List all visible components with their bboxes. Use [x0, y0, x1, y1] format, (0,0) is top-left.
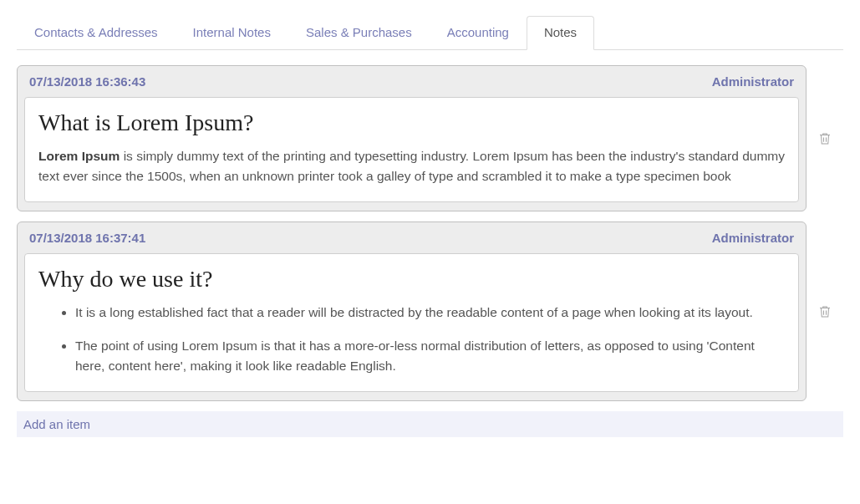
note-author: Administrator [712, 231, 794, 245]
tab-contacts-addresses[interactable]: Contacts & Addresses [17, 16, 176, 50]
tab-sales-purchases[interactable]: Sales & Purchases [288, 16, 430, 50]
note-card: 07/13/2018 16:37:41 Administrator Why do… [17, 221, 807, 401]
trash-icon[interactable] [817, 131, 832, 146]
note-body: What is Lorem Ipsum? Lorem Ipsum is simp… [24, 97, 799, 202]
tabs-bar: Contacts & Addresses Internal Notes Sale… [17, 15, 843, 50]
note-timestamp: 07/13/2018 16:37:41 [29, 231, 145, 245]
note-timestamp: 07/13/2018 16:36:43 [29, 74, 145, 89]
tab-internal-notes[interactable]: Internal Notes [176, 16, 288, 50]
note-paragraph: Lorem Ipsum is simply dummy text of the … [38, 146, 785, 186]
note-row: 07/13/2018 16:37:41 Administrator Why do… [17, 221, 843, 401]
list-item: It is a long established fact that a rea… [75, 303, 785, 323]
tab-notes[interactable]: Notes [527, 16, 594, 50]
tab-accounting[interactable]: Accounting [430, 16, 527, 50]
list-item: The point of using Lorem Ipsum is that i… [75, 336, 785, 376]
note-list: It is a long established fact that a rea… [38, 303, 785, 376]
note-header: 07/13/2018 16:36:43 Administrator [18, 66, 806, 94]
note-body: Why do we use it? It is a long establish… [24, 253, 799, 392]
note-title: Why do we use it? [38, 266, 785, 293]
note-lead: Lorem Ipsum [38, 149, 120, 163]
note-author: Administrator [712, 74, 794, 89]
note-title: What is Lorem Ipsum? [38, 109, 785, 136]
add-item-button[interactable]: Add an item [17, 411, 843, 437]
note-row: 07/13/2018 16:36:43 Administrator What i… [17, 65, 843, 211]
notes-area: 07/13/2018 16:36:43 Administrator What i… [17, 50, 843, 437]
trash-icon[interactable] [817, 304, 832, 319]
note-text: is simply dummy text of the printing and… [38, 149, 785, 183]
note-header: 07/13/2018 16:37:41 Administrator [18, 222, 806, 250]
note-card: 07/13/2018 16:36:43 Administrator What i… [17, 65, 807, 211]
